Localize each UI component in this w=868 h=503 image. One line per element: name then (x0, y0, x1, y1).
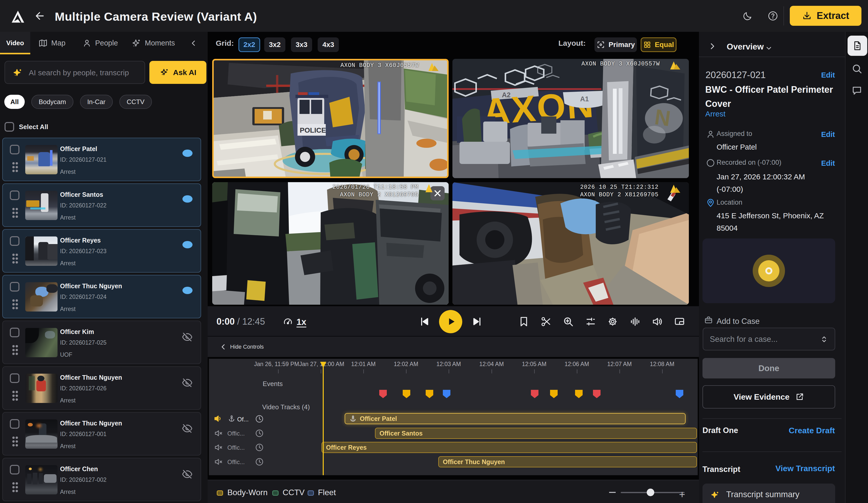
svg-text:A1: A1 (580, 95, 589, 103)
svg-text:N: N (653, 104, 672, 131)
svg-text:POLICE: POLICE (300, 126, 326, 134)
